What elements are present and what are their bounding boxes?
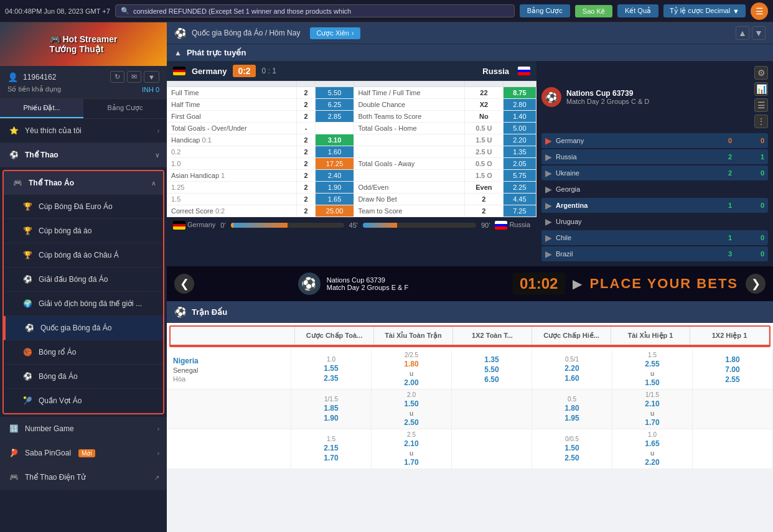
sidebar-item-bong-ro[interactable]: 🏀 Bóng rổ Áo [4, 340, 163, 365]
odds-value[interactable]: 1.80 [404, 360, 418, 368]
sidebar-item-cup-chau-a[interactable]: 🏆 Cúp bóng đá áo Châu Á [4, 243, 163, 268]
play-button[interactable]: ▶ [545, 233, 552, 243]
sidebar-item-quoc-gia[interactable]: ⚽ Quốc gia Bóng đá Áo [4, 316, 163, 340]
odds2-cell[interactable]: 1.40 [503, 111, 536, 123]
odds-value[interactable]: 1.65 [645, 439, 659, 448]
odds-cell[interactable]: 1.60 [315, 146, 354, 158]
sidebar-item-esports[interactable]: 🎮 Thể Thao Điện Tử ↗ [0, 465, 167, 490]
odds-value-x[interactable]: 7.00 [725, 365, 739, 374]
odds-value[interactable]: 2.20 [565, 364, 579, 373]
odds-cell[interactable]: 6.25 [315, 99, 354, 111]
count-cell: 2 [297, 134, 316, 146]
home-team[interactable]: Nigeria [173, 357, 284, 365]
nations-list[interactable]: ☰ [754, 98, 768, 112]
odds-value[interactable]: 1.55 [324, 364, 338, 373]
odds-value-away[interactable]: 2.35 [324, 374, 338, 383]
odds-value-away[interactable]: 2.20 [645, 458, 659, 467]
sidebar-item-the-thao-ao[interactable]: 🎮 Thể Thao Áo ∧ [4, 171, 163, 195]
sort-up-button[interactable]: ▲ [736, 26, 749, 40]
odds-value[interactable]: 1.80 [725, 355, 739, 364]
sidebar-item-the-thao[interactable]: ⚽ Thể Thao ∨ [0, 143, 167, 167]
play-button[interactable]: ▶ [545, 168, 552, 178]
odds-value-away[interactable]: 1.70 [324, 454, 338, 462]
notification-button[interactable]: ☰ [751, 2, 768, 20]
odds-value-away[interactable]: 1.60 [565, 374, 579, 383]
odds2-cell[interactable]: 5.00 [503, 123, 536, 134]
cuoc-xien-button[interactable]: Cược Xiên › [310, 27, 360, 39]
nations-chart[interactable]: 📊 [754, 82, 768, 96]
sidebar-item-cup-bong-da-ao[interactable]: 🏆 Cúp bóng đá áo [4, 219, 163, 243]
odds2-cell[interactable]: 2.25 [503, 182, 536, 194]
play-button[interactable]: ▶ [545, 200, 552, 210]
search-bar[interactable]: 🔍 considered REFUNDED (Except Set 1 winn… [115, 4, 515, 17]
odds2-cell[interactable]: 2.05 [503, 158, 536, 170]
odds-value[interactable]: 2.15 [324, 444, 338, 452]
sidebar-item-favorites[interactable]: ⭐ Yêu thích của tôi › [0, 119, 167, 143]
odds-value[interactable]: 1.50 [404, 399, 418, 408]
nations-extra[interactable]: ⋮ [754, 114, 768, 128]
odds-value[interactable]: 1.35 [484, 355, 499, 364]
dropdown-button[interactable]: ▼ [144, 71, 159, 83]
odds-label: u [650, 409, 654, 417]
odds-cell[interactable]: 17.25 [315, 158, 354, 170]
odds-value[interactable]: 2.10 [404, 439, 418, 448]
odds-value[interactable]: 1.85 [324, 404, 338, 413]
odds-value-away[interactable]: 2.55 [725, 375, 739, 384]
odds-cell[interactable]: 3.10 [315, 134, 354, 146]
odds-cell[interactable]: 1.90 [315, 182, 354, 194]
refresh-button[interactable]: ↻ [110, 71, 124, 83]
odds-value[interactable]: 2.10 [645, 399, 659, 408]
sidebar-item-giai-vo-dich[interactable]: 🌍 Giải vô địch bóng đá thế giới ... [4, 292, 163, 316]
prev-button[interactable]: ❮ [174, 274, 194, 294]
sidebar-item-quan-vot[interactable]: 🎾 Quần Vợt Áo [4, 389, 163, 413]
odds-value-away[interactable]: 6.50 [484, 375, 499, 384]
odds-value-x[interactable]: 5.50 [484, 365, 499, 374]
play-button[interactable]: ▶ [545, 152, 552, 162]
sort-down-button[interactable]: ▼ [752, 26, 766, 40]
odds-cell[interactable]: 1.65 [315, 194, 354, 205]
odds2-cell[interactable]: 7.25 [503, 205, 536, 217]
market-label: Half Time [167, 99, 297, 111]
ty-le-button[interactable]: Tỷ lệ cược Decimal ▼ [663, 4, 746, 17]
tab-phieu-dat[interactable]: Phiếu Đặt... [0, 99, 83, 118]
odds-cell[interactable]: 2.40 [315, 170, 354, 182]
tab-bang-cuoc[interactable]: Bảng Cược [83, 99, 167, 118]
odds-value[interactable]: 1.80 [565, 404, 579, 413]
odds-value-away[interactable]: 2.00 [404, 378, 418, 387]
odds-value[interactable]: 1.50 [565, 444, 579, 452]
odds-cell[interactable]: 5.50 [315, 87, 354, 99]
odds-cell[interactable]: 2.85 [315, 111, 354, 123]
odds-value[interactable]: 2.55 [645, 360, 659, 368]
play-button[interactable]: ▶ [545, 136, 552, 146]
sao-ke-button[interactable]: Sao Kê [575, 5, 612, 17]
place-bets-cta[interactable]: PLACE YOUR BETS [589, 276, 738, 292]
play-button[interactable]: ▶ [545, 184, 552, 194]
odds-value-away[interactable]: 1.90 [324, 414, 338, 422]
sidebar-item-bong-da-ao[interactable]: ⚽ Bóng đá Áo [4, 365, 163, 389]
odds-value-away[interactable]: 1.70 [404, 458, 418, 467]
sidebar-item-cup-euro-ao[interactable]: 🏆 Cúp Bóng Đá Euro Áo [4, 195, 163, 219]
odds-value-away[interactable]: 1.50 [645, 378, 659, 387]
odds2-cell[interactable]: 5.75 [503, 170, 536, 182]
odds2-cell[interactable]: 4.45 [503, 194, 536, 205]
sidebar-item-number-game[interactable]: 🔢 Number Game › [0, 417, 167, 441]
sidebar-item-saba[interactable]: 🏓 Saba PinGoal Mới › [0, 441, 167, 465]
odds-value-away[interactable]: 1.95 [565, 414, 579, 422]
collapse-icon[interactable]: ▲ [174, 49, 182, 57]
nations-controls[interactable]: ⚙ [754, 66, 768, 80]
odds2-cell[interactable]: 2.80 [503, 99, 536, 111]
message-button[interactable]: ✉ [127, 71, 141, 83]
play-button[interactable]: ▶ [545, 249, 552, 259]
odds2-cell[interactable]: 8.75 [503, 87, 536, 99]
odds2-cell[interactable]: 2.20 [503, 134, 536, 146]
odds-value-away[interactable]: 2.50 [404, 418, 418, 427]
odds-value-away[interactable]: 2.50 [565, 454, 579, 462]
odds-value-away[interactable]: 1.70 [645, 418, 659, 427]
sidebar-item-giai-dau[interactable]: ⚽ Giải đấu Bóng đá Áo [4, 268, 163, 292]
odds2-cell[interactable]: 1.35 [503, 146, 536, 158]
odds-cell[interactable]: 25.00 [315, 205, 354, 217]
next-button[interactable]: ❯ [746, 274, 766, 294]
ket-qua-button[interactable]: Kết Quả [617, 4, 658, 17]
bang-cuoc-button[interactable]: Bảng Cược [520, 4, 570, 17]
play-button[interactable]: ▶ [545, 217, 552, 226]
